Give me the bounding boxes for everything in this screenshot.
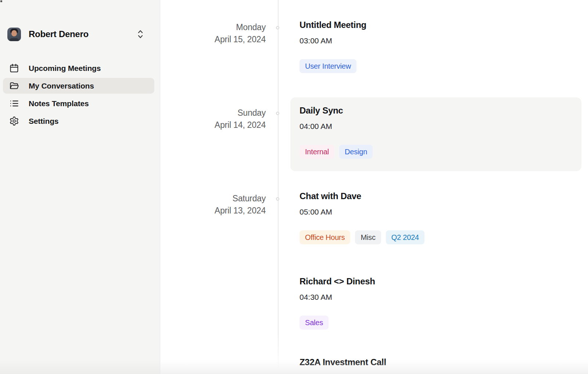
meeting-tags: Sales [300,316,571,330]
sidebar-item-notes-templates[interactable]: Notes Templates [3,96,154,111]
meeting-title: Z32A Investment Call [300,357,571,367]
sidebar-nav: Upcoming Meetings My Conversations Notes… [0,58,160,131]
meeting-title: Chat with Dave [300,191,571,201]
calendar-icon [9,63,19,73]
gear-icon [9,116,19,126]
conversations-timeline: Monday April 15, 2024 Sunday April 14, 2… [160,0,588,374]
date-full: April 14, 2024 [160,119,266,131]
timeline-dot [276,112,279,115]
timeline-dot [276,197,279,201]
meeting-tag[interactable]: Office Hours [300,230,350,244]
sidebar-item-label: My Conversations [29,82,94,90]
meeting-title: Daily Sync [300,105,571,116]
list-icon [9,98,19,108]
meeting-entry[interactable]: Daily Sync 04:00 AM Internal Design [300,105,571,159]
folder-open-icon [9,81,19,91]
date-full: April 15, 2024 [160,33,266,46]
meeting-title: Richard <> Dinesh [300,276,571,287]
sidebar-item-label: Notes Templates [29,99,89,108]
meeting-time: 04:30 AM [300,292,571,302]
meeting-entry[interactable]: Chat with Dave 05:00 AM Office Hours Mis… [300,191,571,244]
profile-switcher[interactable]: Robert Denero [7,27,153,42]
meeting-time: 05:00 AM [300,207,571,216]
meeting-entry[interactable]: Untitled Meeting 03:00 AM User Interview [300,19,571,73]
date-day: Monday [160,21,266,33]
meeting-tags: Internal Design [300,145,571,159]
date-group: Monday April 15, 2024 [160,21,266,46]
date-day: Saturday [160,193,266,205]
date-day: Sunday [160,107,266,119]
meeting-tags: User Interview [300,59,571,73]
meeting-tags: Office Hours Misc Q2 2024 [300,230,571,244]
meeting-entry[interactable]: Z32A Investment Call [300,357,571,373]
meeting-entry[interactable]: Richard <> Dinesh 04:30 AM Sales [300,276,571,330]
meeting-tag[interactable]: Q2 2024 [386,230,424,244]
sidebar-item-settings[interactable]: Settings [3,113,154,129]
screen-corner-artifact [0,0,2,2]
timeline-dot [276,26,279,29]
sidebar-item-label: Upcoming Meetings [29,64,101,73]
meeting-tag[interactable]: Misc [355,230,381,244]
meeting-tag[interactable]: Internal [300,145,334,159]
sidebar-item-upcoming-meetings[interactable]: Upcoming Meetings [3,60,154,76]
meeting-title: Untitled Meeting [300,19,571,30]
sidebar-item-label: Settings [29,117,58,126]
meeting-tag[interactable]: User Interview [300,59,356,73]
date-group: Saturday April 13, 2024 [160,193,266,217]
meeting-tag[interactable]: Design [339,145,373,159]
sidebar-item-my-conversations[interactable]: My Conversations [3,78,154,94]
profile-name: Robert Denero [29,29,136,39]
avatar [7,28,21,41]
sidebar: Robert Denero Upcoming Meetings My Conve… [0,0,160,374]
timeline-line [278,0,279,370]
date-full: April 13, 2024 [160,205,266,217]
meeting-time: 04:00 AM [300,122,571,131]
meeting-time: 03:00 AM [300,36,571,45]
date-group: Sunday April 14, 2024 [160,107,266,131]
chevron-up-down-icon [136,29,144,40]
meeting-tag[interactable]: Sales [300,316,329,330]
